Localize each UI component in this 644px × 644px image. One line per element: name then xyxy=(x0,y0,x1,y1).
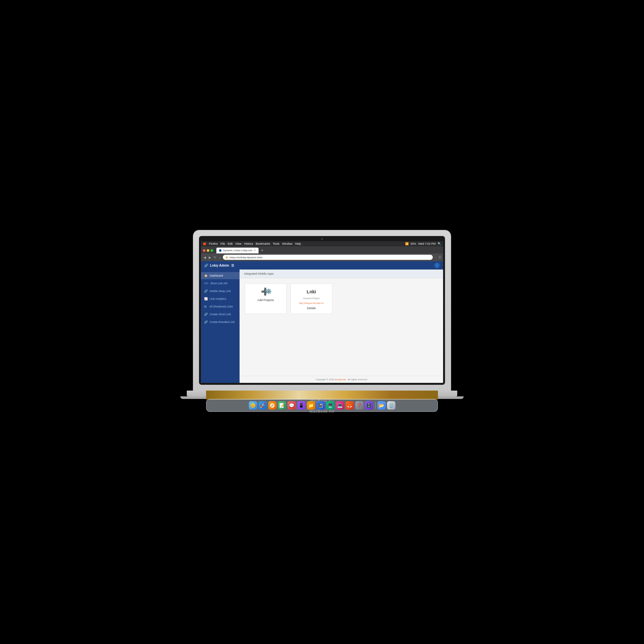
menu-bookmarks[interactable]: Bookmarks xyxy=(256,242,270,245)
macbook-lid: 🍎 Firefox File Edit View History Bookmar… xyxy=(193,230,451,391)
menu-edit[interactable]: Edit xyxy=(228,242,233,245)
menu-firefox[interactable]: Firefox xyxy=(209,242,218,245)
menubar-left: 🍎 Firefox File Edit View History Bookmar… xyxy=(203,242,301,245)
app-header-left: 🔗 Lnkiy Admin ☰ xyxy=(204,264,234,267)
project-subtitle: Android Project xyxy=(303,297,319,300)
sidebar-item-dashboard[interactable]: 🏠 Dashboard xyxy=(201,272,240,279)
mobile-deep-link-icon: 🔗 xyxy=(204,289,208,293)
add-projects-card[interactable]: ➕ ⚙️ ⚙ Add Projects xyxy=(245,283,287,314)
webcam xyxy=(321,238,323,240)
project-link[interactable]: http://lnkiyurl.ldi.alnk.in/ xyxy=(299,302,324,305)
reader-mode-icon[interactable]: ☰ xyxy=(439,256,441,259)
dock-icon-vscode[interactable]: 💻 xyxy=(336,401,344,410)
menu-history[interactable]: History xyxy=(244,242,253,245)
gear-icons: ➕ ⚙️ ⚙ xyxy=(261,288,270,297)
project-card: Lnki Android Project http://lnkiyurl.ldi… xyxy=(290,283,332,314)
tab-favicon xyxy=(219,249,222,252)
dock-icon-launchpad[interactable]: 🚀 xyxy=(259,401,267,410)
security-icon: 🔒 xyxy=(225,256,228,259)
sidebar-item-create-branded-link[interactable]: 🔗 Create Branded Link xyxy=(201,318,240,326)
app-logo-icon: 🔗 xyxy=(204,264,208,267)
page-header: Integrated Mobile Apps xyxy=(240,270,443,278)
reload-button[interactable]: ↻ xyxy=(213,255,217,260)
dock-icon-navicat[interactable]: 🗄️ xyxy=(365,401,373,410)
menu-view[interactable]: View xyxy=(235,242,241,245)
new-tab-button[interactable]: + xyxy=(260,248,265,253)
dock-icon-filezilla[interactable]: 📁 xyxy=(307,401,315,410)
hamburger-menu-icon[interactable]: ☰ xyxy=(231,264,234,267)
menubar-right: 📶 30% Wed 7:02 PM 🔍 xyxy=(405,242,441,245)
search-icon[interactable]: 🔍 xyxy=(438,242,441,245)
home-button[interactable]: ⌂ xyxy=(218,255,222,260)
project-icon-area: Lnki xyxy=(307,288,316,295)
menu-tools[interactable]: Tools xyxy=(273,242,279,245)
create-branded-link-icon: 🔗 xyxy=(204,320,208,324)
tab-title: Dynamic Links| Lnkiy.com xyxy=(223,249,252,252)
sidebar-label-mobile-deep-link: Mobile Deep Link xyxy=(210,289,231,293)
macos-dock: 😊 🚀 🧭 📝 💬 📱 📁 📓 🖥️ 💻 🦊 ❓ 🗄️ 📂 🗑️ xyxy=(206,399,438,412)
dock-icon-trash[interactable]: 🗑️ xyxy=(387,401,395,410)
sidebar-label-all-shortened-links: All Shortened Links xyxy=(209,305,233,308)
footer-link[interactable]: Arraycode xyxy=(335,378,346,381)
apple-menu[interactable]: 🍎 xyxy=(203,242,206,245)
sidebar-item-create-short-link[interactable]: 🔗 Create Short Link xyxy=(201,311,240,318)
clock: Wed 7:02 PM xyxy=(418,242,436,245)
dock-icon-whatsapp[interactable]: 📱 xyxy=(297,401,306,410)
app-body: 🏠 Dashboard </> Short Link API 🔗 Mobile … xyxy=(201,270,443,383)
url-bar[interactable]: 🔒 lnkiy.com/lnkiy-dynamic-links xyxy=(223,255,433,260)
url-text: lnkiy.com/lnkiy-dynamic-links xyxy=(230,256,262,259)
close-button[interactable] xyxy=(203,249,205,252)
sidebar: 🏠 Dashboard </> Short Link API 🔗 Mobile … xyxy=(201,270,240,383)
footer-text: Copyright © 2020 xyxy=(316,378,334,381)
short-link-api-icon: </> xyxy=(204,282,208,285)
dock-icon-teamviewer[interactable]: 🖥️ xyxy=(326,401,335,410)
dock-icon-firefox[interactable]: 🦊 xyxy=(346,401,354,410)
menu-window[interactable]: Window xyxy=(282,242,292,245)
menu-help[interactable]: Help xyxy=(295,242,301,245)
dock-icon-notes[interactable]: 📝 xyxy=(278,401,286,410)
macbook-base: 😊 🚀 🧭 📝 💬 📱 📁 📓 🖥️ 💻 🦊 ❓ 🗄️ 📂 🗑️ xyxy=(187,391,457,396)
battery-indicator: 30% xyxy=(411,242,416,245)
traffic-lights xyxy=(203,249,213,252)
app-header: 🔗 Lnkiy Admin ☰ 👤 xyxy=(201,261,443,270)
macbook-screen: 🍎 Firefox File Edit View History Bookmar… xyxy=(201,241,443,383)
add-project-icon-area: ➕ ⚙️ ⚙ xyxy=(261,288,270,297)
wallpaper-strip xyxy=(206,391,438,400)
sidebar-label-create-branded-link: Create Branded Link xyxy=(210,320,235,324)
cards-row: ➕ ⚙️ ⚙ Add Projects xyxy=(245,283,438,314)
back-button[interactable]: ◀ xyxy=(203,255,207,260)
create-short-link-icon: 🔗 xyxy=(204,313,208,316)
dock-icon-safari[interactable]: 🧭 xyxy=(268,401,277,410)
details-label[interactable]: Details xyxy=(307,307,316,310)
sidebar-label-link-analytics: Link Analytics xyxy=(210,297,226,300)
dock-icon-skype[interactable]: 💬 xyxy=(288,401,296,410)
overflow-menu-icon[interactable]: ··· xyxy=(434,256,437,259)
sidebar-item-mobile-deep-link[interactable]: 🔗 Mobile Deep Link xyxy=(201,288,240,295)
minimize-button[interactable] xyxy=(207,249,209,252)
tab-close-icon[interactable]: ✕ xyxy=(254,249,256,252)
app-footer: Copyright © 2020 Arraycode . All rights … xyxy=(240,376,443,383)
sidebar-item-short-link-api[interactable]: </> Short Link API xyxy=(201,280,240,287)
main-content: Integrated Mobile Apps ➕ xyxy=(240,270,443,383)
add-projects-label[interactable]: Add Projects xyxy=(257,298,274,302)
maximize-button[interactable] xyxy=(211,249,213,252)
dashboard-icon: 🏠 xyxy=(204,274,208,277)
macos-menubar: 🍎 Firefox File Edit View History Bookmar… xyxy=(201,241,443,246)
project-name: Lnki xyxy=(307,289,316,294)
app-title: Lnkiy Admin xyxy=(210,264,229,267)
forward-button[interactable]: ▶ xyxy=(208,255,212,260)
browser-tab-active[interactable]: Dynamic Links| Lnkiy.com ✕ xyxy=(216,248,259,253)
dock-icon-notes2[interactable]: 📓 xyxy=(317,401,325,410)
dock-icon-help[interactable]: ❓ xyxy=(355,401,364,410)
sidebar-item-link-analytics[interactable]: 📈 Link Analytics xyxy=(201,295,240,302)
nav-actions: ··· ☰ xyxy=(434,256,441,259)
dock-icon-finder2[interactable]: 📂 xyxy=(377,401,386,410)
sidebar-label-dashboard: Dashboard xyxy=(210,274,223,277)
user-avatar[interactable]: 👤 xyxy=(434,262,440,268)
wifi-icon: 📶 xyxy=(405,242,409,245)
page-body: ➕ ⚙️ ⚙ Add Projects xyxy=(240,278,443,376)
screen-bezel: 🍎 Firefox File Edit View History Bookmar… xyxy=(199,236,445,385)
dock-icon-finder[interactable]: 😊 xyxy=(249,401,257,410)
menu-file[interactable]: File xyxy=(221,242,225,245)
sidebar-item-all-shortened-links[interactable]: ⊞ All Shortened Links xyxy=(201,303,240,310)
